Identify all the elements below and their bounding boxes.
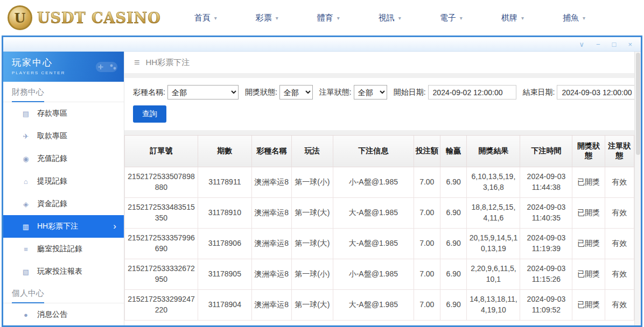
main-content: ≡ HH彩票下注 彩種名稱: 全部 開獎狀態: 全部 [124, 52, 641, 325]
nav-item-board-games[interactable]: 棋牌 ▾ [501, 13, 524, 23]
sidebar-header: 玩家中心 PLAYERS CENTER [3, 52, 124, 82]
table-cell: 小-A盤@1.985 [333, 167, 414, 198]
table-row: 2152172533507898880 31178911 澳洲幸运8 第一球(小… [125, 167, 634, 198]
nav-item-video[interactable]: 視訊 ▾ [379, 13, 401, 23]
sidebar-item-withdraw-area[interactable]: ✈ 取款專區 [3, 125, 124, 147]
hamburger-menu-icon[interactable]: ≡ [134, 57, 140, 68]
deposit-icon: ▤ [22, 110, 30, 118]
funds-record-icon: ◈ [22, 200, 30, 208]
end-date-label: 結束日期: [523, 88, 555, 97]
section-title-label: 財務中心 [12, 87, 44, 102]
nav-label: 彩票 [256, 13, 272, 23]
draw-status-filter: 開獎狀態: 全部 [245, 85, 313, 99]
table-row: 2152172533299247220 31178904 澳洲幸运8 第一球(大… [125, 290, 634, 321]
sidebar-section-finance: 財務中心 [3, 82, 124, 102]
close-button[interactable]: × [628, 41, 632, 48]
sidebar-item-player-bet-report[interactable]: ▧ 玩家投注報表 [3, 260, 124, 283]
table-cell: 2024-09-03 11:44:38 [520, 167, 572, 198]
sidebar-item-recharge-record[interactable]: ◉ 充值記錄 [3, 147, 124, 170]
table-cell: 7.00 [414, 198, 440, 229]
table-cell: 7.00 [414, 167, 440, 198]
draw-status-select[interactable]: 全部 [279, 85, 313, 99]
table-cell: 31178910 [198, 198, 251, 229]
table-cell: 已開獎 [572, 290, 605, 321]
start-date-filter: 開始日期: [394, 85, 516, 99]
rollup-button[interactable]: ∨ [579, 41, 584, 48]
table-cell: 6.90 [440, 198, 467, 229]
col-period: 期數 [198, 136, 251, 167]
sidebar-item-withdrawal-record[interactable]: ⌂ 提現記錄 [3, 170, 124, 193]
sidebar-item-deposit-area[interactable]: ▤ 存款專區 [3, 102, 124, 125]
search-button[interactable]: 查詢 [133, 105, 166, 123]
sidebar-item-hall-bet-record[interactable]: ≡ 廳室投註記錄 [3, 238, 124, 260]
withdrawal-record-icon: ⌂ [22, 177, 30, 186]
scrollbar-thumb[interactable] [636, 53, 640, 155]
order-status-select[interactable]: 全部 [354, 85, 387, 99]
sidebar-item-hh-lottery-bet[interactable]: ▥ HH彩票下注 › [3, 215, 124, 238]
window-body: 玩家中心 PLAYERS CENTER 財務中心 ▤ 存款專區 [3, 52, 641, 325]
logo-emblem-icon: U [8, 5, 32, 30]
table-cell: 有效 [605, 229, 634, 259]
vertical-scrollbar[interactable] [634, 52, 641, 325]
col-win-loss: 輸贏 [440, 136, 467, 167]
col-bet-time: 下注時間 [520, 136, 572, 167]
table-cell: 6.90 [440, 229, 467, 259]
nav-item-fishing[interactable]: 捕魚 ▾ [563, 13, 585, 23]
maximize-button[interactable]: □ [612, 41, 617, 48]
window-titlebar: ∨ − □ × [3, 37, 641, 52]
table-cell: 2152172533357996690 [125, 229, 198, 259]
table-cell: 2024-09-03 11:40:35 [520, 198, 572, 229]
table-cell: 2152172533299247220 [125, 290, 198, 321]
table-cell: 有效 [605, 167, 634, 198]
table-cell: 第一球(大) [291, 229, 333, 259]
bet-table-panel: 訂單號 期數 彩種名稱 玩法 下注信息 投注額 輸贏 開獎結果 下注時間 開獎狀… [124, 135, 634, 325]
player-bet-report-icon: ▧ [22, 268, 30, 276]
withdraw-icon: ✈ [22, 132, 30, 140]
table-cell: 6,10,13,5,19,3,16,8 [467, 167, 520, 198]
nav-item-sports[interactable]: 體育 ▾ [317, 13, 340, 23]
hall-bet-record-icon: ≡ [22, 245, 30, 253]
nav-label: 電子 [440, 13, 456, 23]
table-cell: 澳洲幸运8 [251, 198, 291, 229]
message-icon: ● [22, 311, 30, 319]
sidebar-item-funds-record[interactable]: ◈ 資金記錄 [3, 193, 124, 215]
site-logo[interactable]: U USDT CASINO [8, 5, 161, 30]
col-order-status: 注單狀態 [605, 136, 634, 167]
chevron-down-icon: ▾ [583, 15, 585, 21]
lottery-name-select[interactable]: 全部 [167, 85, 239, 99]
table-cell: 澳洲幸运8 [251, 290, 291, 321]
end-date-filter: 結束日期: [523, 85, 641, 99]
section-title-label: 個人中心 [12, 288, 44, 303]
nav-item-home[interactable]: 首頁 ▾ [194, 13, 217, 23]
col-draw-result: 開獎結果 [467, 136, 520, 167]
minimize-button[interactable]: − [596, 41, 600, 48]
table-cell: 第一球(小) [291, 167, 333, 198]
table-cell: 31178911 [198, 167, 251, 198]
nav-label: 體育 [317, 13, 333, 23]
nav-item-electronic[interactable]: 電子 ▾ [440, 13, 463, 23]
chevron-right-icon: › [113, 221, 124, 232]
table-cell: 大-A盤@1.985 [333, 290, 414, 321]
app-window: ∨ − □ × 玩家中心 PLAYERS CENTER 財務中心 [2, 35, 642, 327]
table-cell: 6.90 [440, 259, 467, 290]
table-cell: 小-A盤@1.985 [333, 259, 414, 290]
table-cell: 已開獎 [572, 167, 605, 198]
menu-label: 消息公告 [37, 310, 67, 319]
lottery-name-label: 彩種名稱: [133, 88, 165, 97]
nav-item-lottery[interactable]: 彩票 ▾ [256, 13, 278, 23]
table-cell: 已開獎 [572, 229, 605, 259]
table-cell: 已開獎 [572, 198, 605, 229]
chevron-down-icon: ▾ [214, 15, 217, 21]
page-title: HH彩票下注 [146, 58, 190, 68]
start-date-input[interactable] [428, 85, 516, 99]
table-cell: 已開獎 [572, 259, 605, 290]
menu-label: 存款專區 [37, 109, 67, 118]
end-date-input[interactable] [557, 85, 641, 99]
col-draw-status: 開獎狀態 [572, 136, 605, 167]
nav-label: 棋牌 [501, 13, 517, 23]
table-cell: 7.00 [414, 290, 440, 321]
table-cell: 2024-09-03 11:15:26 [520, 259, 572, 290]
sidebar-item-message-announcement[interactable]: ● 消息公告 [3, 303, 124, 325]
breadcrumb: ≡ HH彩票下注 [124, 52, 634, 73]
col-order-no: 訂單號 [125, 136, 198, 167]
